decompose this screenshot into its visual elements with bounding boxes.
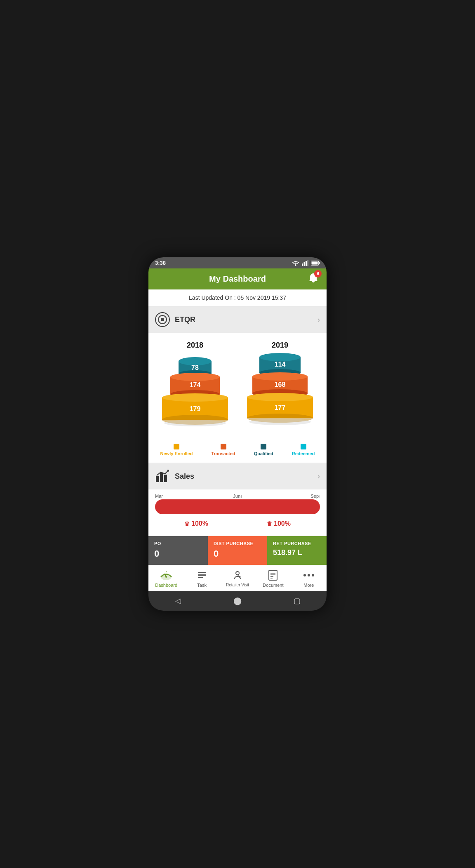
funnel-2019-svg: 114 168 177 — [245, 353, 315, 431]
nav-item-document[interactable]: Document — [255, 565, 291, 591]
svg-rect-7 — [312, 261, 318, 264]
stat-dist-label: DIST PURCHASE — [214, 541, 261, 546]
sales-section-header[interactable]: Sales › — [148, 463, 327, 489]
stat-po-label: PO — [154, 541, 202, 546]
dashboard-icon-wrap — [160, 569, 172, 581]
task-icon — [197, 570, 207, 580]
svg-rect-1 — [302, 263, 303, 266]
svg-line-35 — [161, 576, 162, 576]
sales-title: Sales — [175, 472, 194, 481]
bar-value-2: 100% — [274, 520, 291, 527]
svg-point-20 — [252, 372, 308, 381]
legend-dot-qualified — [261, 444, 266, 449]
legend-newly-enrolled: Newly Enrolled — [160, 444, 193, 456]
last-updated-text: Last Updated On : 05 Nov 2019 15:37 — [189, 294, 286, 301]
nav-label-dashboard: Dashboard — [155, 583, 177, 588]
crown-icon-1: ♛ — [184, 520, 190, 527]
nav-label-more: More — [303, 583, 314, 588]
svg-point-24 — [249, 419, 311, 425]
legend-dot-redeemed — [301, 444, 306, 449]
svg-point-12 — [162, 393, 228, 402]
legend-label-transacted: Transacted — [211, 451, 235, 456]
legend-qualified: Qualified — [254, 444, 273, 456]
battery-icon — [311, 261, 320, 266]
svg-rect-39 — [198, 574, 206, 576]
funnel-2019-year: 2019 — [272, 341, 288, 350]
stat-dist: DIST PURCHASE 0 — [208, 536, 267, 565]
nav-label-task: Task — [197, 583, 207, 588]
funnel-2018-year: 2018 — [187, 341, 203, 350]
svg-rect-3 — [306, 261, 307, 266]
legend-label-qualified: Qualified — [254, 451, 273, 456]
phone-frame: 3:38 — [148, 257, 327, 611]
app-title: My Dashboard — [209, 274, 266, 284]
sales-chevron: › — [317, 472, 320, 481]
bar-track — [155, 499, 320, 514]
svg-text:168: 168 — [275, 381, 286, 388]
svg-rect-44 — [269, 570, 277, 580]
status-icons — [292, 260, 320, 266]
etqr-header-left: ETQR — [155, 312, 195, 327]
svg-point-34 — [165, 576, 167, 578]
svg-rect-4 — [308, 260, 309, 266]
back-button[interactable]: ◁ — [173, 596, 183, 606]
legend-row: Newly Enrolled Transacted Qualified Rede… — [148, 440, 327, 463]
recents-button[interactable]: ▢ — [292, 596, 302, 606]
sales-chart-icon — [155, 469, 170, 484]
nav-item-retailer-visit[interactable]: Retailer Visit — [220, 565, 255, 591]
legend-dot-newly-enrolled — [174, 444, 179, 449]
nav-item-dashboard[interactable]: Dashboard — [148, 565, 184, 591]
etqr-section-header[interactable]: ETQR › — [148, 306, 327, 333]
stats-row: PO 0 DIST PURCHASE 0 RET PURCHASE 518.97… — [148, 536, 327, 565]
etqr-title: ETQR — [175, 315, 195, 324]
home-button[interactable]: ⬤ — [233, 596, 242, 606]
legend-dot-transacted — [221, 444, 226, 449]
retailer-visit-icon-wrap — [232, 569, 243, 581]
svg-rect-6 — [319, 262, 320, 264]
stat-po-value: 0 — [154, 548, 202, 559]
target-dot — [161, 318, 164, 321]
bottom-nav: Dashboard Task Re — [148, 565, 327, 591]
svg-point-18 — [259, 353, 301, 361]
more-icon-wrap — [303, 569, 315, 581]
wifi-icon — [292, 260, 299, 266]
month-label-mar: Mar — [155, 494, 164, 499]
app-header: My Dashboard 9 — [148, 268, 327, 289]
svg-text:174: 174 — [190, 381, 201, 388]
time: 3:38 — [155, 260, 166, 266]
stat-ret-label: RET PURCHASE — [273, 541, 321, 546]
funnel-chart-container: 2018 78 — [148, 333, 327, 440]
svg-text:177: 177 — [275, 404, 286, 411]
nav-label-retailer-visit: Retailer Visit — [226, 583, 249, 587]
signal-icon — [302, 260, 308, 266]
legend-transacted: Transacted — [211, 444, 235, 456]
target-icon — [155, 312, 170, 327]
status-bar: 3:38 — [148, 257, 327, 268]
retailer-visit-icon — [232, 570, 243, 581]
nav-item-more[interactable]: More — [291, 565, 327, 591]
svg-point-22 — [247, 393, 313, 401]
month-label-sep: Sep — [310, 494, 320, 499]
crown-icon-2: ♛ — [267, 520, 272, 527]
stat-dist-value: 0 — [214, 548, 261, 559]
funnel-2018: 2018 78 — [160, 341, 230, 431]
bar-label-1: ♛ 100% — [184, 520, 208, 527]
dashboard-icon — [160, 571, 172, 580]
month-label-jun: Jun — [233, 494, 242, 499]
bar-label-2: ♛ 100% — [267, 520, 291, 527]
legend-redeemed: Redeemed — [292, 444, 315, 456]
nav-label-document: Document — [263, 583, 283, 588]
svg-point-14 — [164, 420, 226, 426]
notification-badge: 9 — [314, 270, 322, 278]
more-dots-icon — [303, 573, 315, 578]
svg-text:179: 179 — [190, 405, 201, 412]
svg-rect-38 — [198, 572, 206, 573]
legend-label-redeemed: Redeemed — [292, 451, 315, 456]
last-updated: Last Updated On : 05 Nov 2019 15:37 — [148, 289, 327, 306]
notification-button[interactable]: 9 — [307, 272, 320, 287]
nav-item-task[interactable]: Task — [184, 565, 219, 591]
stat-ret-value: 518.97 L — [273, 548, 321, 557]
svg-rect-40 — [198, 577, 203, 578]
sales-chart-area: Mar Jun Sep ♛ 100% ♛ 100% — [148, 489, 327, 536]
svg-point-0 — [295, 265, 296, 266]
